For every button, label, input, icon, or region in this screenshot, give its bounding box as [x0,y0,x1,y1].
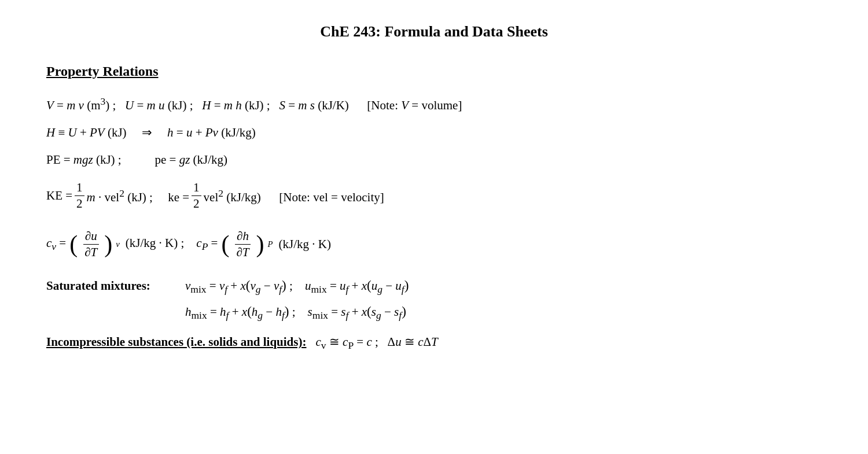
incompressible-substances: Incompressible substances (i.e. solids a… [46,335,822,352]
formula-pe: PE = mgz (kJ) ; pe = gz (kJ/kg) [46,153,822,167]
formula-cv-cp: cv = ( ∂u ∂T ) v (kJ/kg · K) ; cP = ( ∂h… [46,228,822,261]
page-title: ChE 243: Formula and Data Sheets [46,23,822,40]
formula-vuhss: V = m v (m3) ; U = m u (kJ) ; H = m h (k… [46,95,822,113]
formula-enthalpy: H ≡ U + PV (kJ) ⇒ h = u + Pv (kJ/kg) [46,126,822,140]
formula-ke: KE = 1 2 m · vel2 (kJ) ; ke = 1 2 vel2 (… [46,180,822,212]
section-property-relations: Property Relations V = m v (m3) ; U = m … [46,64,822,352]
section-title: Property Relations [46,64,822,79]
saturated-mixtures: Saturated mixtures: vmix = vf + x(vg − v… [46,278,822,322]
